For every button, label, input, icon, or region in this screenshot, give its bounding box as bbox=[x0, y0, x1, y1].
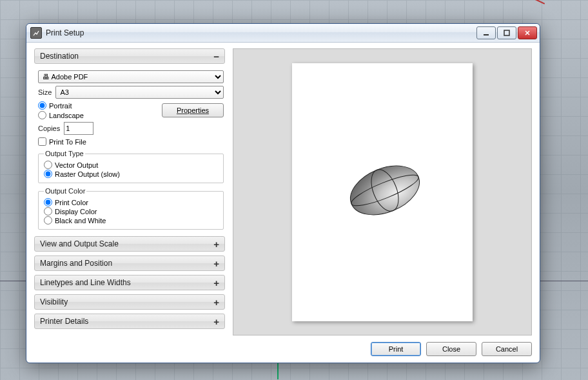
svg-rect-1 bbox=[504, 30, 509, 35]
output-color-group: Output Color Print Color Display Color B… bbox=[38, 187, 224, 230]
preview-model-ellipsoid bbox=[346, 164, 424, 217]
section-label: View and Output Scale bbox=[40, 239, 119, 248]
section-label: Margins and Position bbox=[40, 259, 112, 268]
radio-label: Raster Output (slow) bbox=[55, 170, 120, 178]
section-label: Destination bbox=[40, 52, 79, 61]
radio-label: Black and White bbox=[55, 217, 106, 225]
close-window-button[interactable] bbox=[518, 26, 537, 39]
page-preview bbox=[292, 63, 473, 321]
cancel-button[interactable]: Cancel bbox=[482, 342, 532, 356]
expand-icon: + bbox=[213, 297, 219, 308]
radio-label: Portrait bbox=[49, 102, 72, 110]
orientation-portrait-radio[interactable]: Portrait bbox=[38, 101, 84, 110]
maximize-button[interactable] bbox=[497, 26, 516, 39]
orientation-landscape-radio[interactable]: Landscape bbox=[38, 111, 84, 119]
vector-output-radio[interactable]: Vector Output bbox=[44, 161, 218, 169]
print-button[interactable]: Print bbox=[371, 342, 421, 356]
size-label: Size bbox=[38, 88, 52, 96]
svg-rect-0 bbox=[484, 34, 489, 35]
expand-icon: + bbox=[213, 316, 219, 327]
radio-label: Display Color bbox=[55, 208, 97, 215]
section-destination-header[interactable]: Destination − bbox=[34, 48, 225, 64]
window-title: Print Setup bbox=[46, 28, 84, 37]
window-buttons bbox=[476, 26, 537, 39]
print-setup-dialog: Print Setup Destination − 🖶 Adobe PDF Si… bbox=[26, 23, 540, 363]
paper-size-select[interactable]: A3 bbox=[55, 86, 224, 99]
preview-area bbox=[233, 48, 532, 335]
section-linetypes-header[interactable]: Linetypes and Line Widths + bbox=[34, 275, 225, 290]
section-label: Linetypes and Line Widths bbox=[40, 278, 131, 287]
printer-select[interactable]: 🖶 Adobe PDF bbox=[38, 70, 224, 83]
print-to-file-checkbox[interactable]: Print To File bbox=[38, 137, 224, 146]
display-color-radio[interactable]: Display Color bbox=[44, 207, 218, 215]
copies-label: Copies bbox=[38, 125, 60, 132]
section-printer-details-header[interactable]: Printer Details + bbox=[34, 314, 225, 329]
copies-input[interactable] bbox=[64, 122, 93, 135]
section-destination-body: 🖶 Adobe PDF Size A3 Portrait bbox=[34, 68, 225, 232]
output-type-group: Output Type Vector Output Raster Output … bbox=[38, 150, 224, 183]
print-color-radio[interactable]: Print Color bbox=[44, 198, 218, 206]
expand-icon: + bbox=[213, 258, 219, 269]
black-white-radio[interactable]: Black and White bbox=[44, 216, 218, 225]
raster-output-radio[interactable]: Raster Output (slow) bbox=[44, 170, 218, 178]
collapse-icon: − bbox=[213, 51, 219, 62]
radio-label: Vector Output bbox=[55, 161, 98, 169]
output-type-legend: Output Type bbox=[44, 150, 85, 157]
options-panel: Destination − 🖶 Adobe PDF Size A3 bbox=[26, 42, 230, 363]
section-label: Visibility bbox=[40, 297, 68, 306]
section-visibility-header[interactable]: Visibility + bbox=[34, 294, 225, 310]
section-view-scale-header[interactable]: View and Output Scale + bbox=[34, 236, 225, 252]
titlebar[interactable]: Print Setup bbox=[26, 24, 540, 43]
app-icon bbox=[30, 27, 42, 39]
properties-button[interactable]: Properties bbox=[162, 103, 224, 117]
check-label: Print To File bbox=[49, 138, 86, 146]
section-label: Printer Details bbox=[40, 317, 88, 326]
radio-label: Print Color bbox=[55, 199, 88, 206]
dialog-button-row: Print Close Cancel bbox=[233, 335, 532, 356]
preview-panel: Print Close Cancel bbox=[230, 42, 540, 363]
close-button[interactable]: Close bbox=[426, 342, 476, 356]
expand-icon: + bbox=[213, 239, 219, 250]
output-color-legend: Output Color bbox=[44, 187, 86, 195]
radio-label: Landscape bbox=[49, 112, 84, 119]
section-margins-header[interactable]: Margins and Position + bbox=[34, 255, 225, 271]
expand-icon: + bbox=[213, 277, 219, 288]
minimize-button[interactable] bbox=[476, 26, 496, 39]
